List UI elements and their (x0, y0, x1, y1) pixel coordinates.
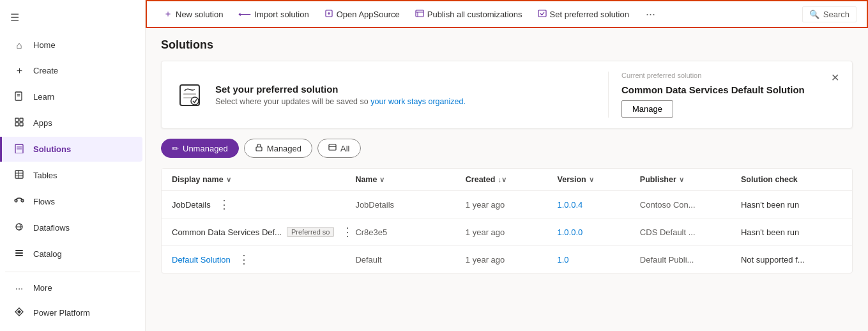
flows-icon (13, 196, 26, 208)
svg-rect-33 (329, 144, 336, 150)
sidebar-item-create[interactable]: ＋ Create (3, 58, 142, 83)
sidebar-item-label: More (33, 283, 52, 293)
current-solution-label: Current preferred solution (621, 72, 826, 79)
import-icon: ⟵ (238, 9, 251, 19)
svg-rect-27 (538, 10, 546, 17)
open-appsource-button[interactable]: Open AppSource (318, 5, 406, 24)
row-solution-check-0: Hasn't been run (741, 200, 842, 210)
svg-rect-32 (256, 147, 262, 151)
sidebar-item-label: Create (33, 66, 58, 75)
row-created-1: 1 year ago (466, 227, 558, 237)
banner-close-button[interactable]: ✕ (831, 72, 839, 84)
sidebar-item-power-platform[interactable]: Power Platform (3, 300, 142, 325)
sidebar-item-solutions[interactable]: Solutions (0, 137, 142, 162)
svg-rect-6 (20, 123, 23, 126)
toolbar-more-button[interactable]: ··· (641, 4, 660, 25)
svg-rect-19 (15, 252, 23, 254)
svg-rect-10 (15, 171, 23, 178)
filter-tab-unmanaged[interactable]: ✏ Unmanaged (161, 139, 239, 158)
col-solution-check: Solution check (741, 175, 842, 184)
row-display-name-1: Common Data Services Def... Preferred so… (172, 225, 355, 239)
dataflows-icon (13, 222, 26, 234)
row-version-2[interactable]: 1.0 (558, 255, 640, 265)
sidebar-item-tables[interactable]: Tables (3, 163, 142, 188)
sidebar-item-label: Power Platform (33, 308, 90, 318)
filter-tab-managed[interactable]: Managed (244, 139, 312, 158)
sort-icon-name: ∨ (379, 176, 385, 184)
col-version[interactable]: Version ∨ (558, 175, 640, 184)
sidebar-item-dataflows[interactable]: Dataflows (3, 215, 142, 240)
col-display-name[interactable]: Display name ∨ (172, 175, 355, 184)
table-row: Default Solution ⋮ Default 1 year ago 1.… (162, 246, 852, 273)
svg-rect-3 (15, 118, 19, 121)
solutions-table: Display name ∨ Name ∨ Created ↓∨ Version… (161, 168, 853, 273)
toolbar: ＋ New solution ⟵ Import solution Open Ap… (146, 0, 868, 28)
col-publisher[interactable]: Publisher ∨ (640, 175, 741, 184)
row-context-menu-2[interactable]: ⋮ (238, 252, 250, 266)
all-icon (328, 143, 337, 153)
sidebar-item-label: Dataflows (33, 223, 70, 233)
sidebar-item-apps[interactable]: Apps (3, 111, 142, 135)
col-name[interactable]: Name ∨ (355, 175, 465, 184)
manage-button[interactable]: Manage (621, 100, 673, 118)
lock-icon (255, 143, 263, 153)
solutions-icon (13, 143, 26, 155)
sidebar: ☰ ⌂ Home ＋ Create Learn Apps Solutions T… (0, 0, 146, 331)
sidebar-divider (5, 272, 140, 272)
banner-text: Set your preferred solution Select where… (215, 84, 595, 106)
banner-divider (608, 72, 609, 118)
publish-icon (415, 9, 424, 20)
banner-subtitle-link[interactable]: your work stays organized. (370, 97, 466, 106)
row-context-menu-0[interactable]: ⋮ (218, 197, 230, 212)
row-name-0: JobDetails (355, 200, 465, 210)
row-display-name-2: Default Solution ⋮ (172, 252, 355, 266)
apps-icon (13, 117, 26, 129)
publish-all-button[interactable]: Publish all customizations (409, 5, 529, 24)
svg-point-31 (191, 97, 199, 105)
row-context-menu-1[interactable]: ⋮ (342, 225, 353, 239)
new-solution-button[interactable]: ＋ New solution (157, 4, 229, 24)
plus-icon: ＋ (164, 8, 172, 20)
row-display-name-0: JobDetails ⋮ (172, 197, 355, 212)
hamburger-menu[interactable]: ☰ (0, 6, 145, 29)
banner-right: Current preferred solution Common Data S… (621, 72, 826, 118)
row-version-0[interactable]: 1.0.0.4 (558, 200, 640, 210)
row-solution-check-2: Not supported f... (741, 255, 842, 265)
sidebar-item-more[interactable]: ··· More (3, 276, 142, 300)
sidebar-item-catalog[interactable]: Catalog (3, 242, 142, 266)
banner-title: Set your preferred solution (215, 84, 595, 95)
sidebar-item-label: Home (33, 40, 56, 50)
sidebar-item-learn[interactable]: Learn (3, 84, 142, 109)
tables-icon (13, 169, 26, 181)
table-row: JobDetails ⋮ JobDetails 1 year ago 1.0.0… (162, 191, 852, 219)
row-created-0: 1 year ago (466, 200, 558, 210)
sidebar-item-label: Apps (33, 118, 52, 128)
catalog-icon (13, 248, 26, 260)
banner-subtitle: Select where your updates will be saved … (215, 97, 595, 106)
col-created[interactable]: Created ↓∨ (466, 175, 558, 184)
svg-rect-4 (20, 118, 23, 121)
filter-tab-all[interactable]: All (317, 139, 360, 158)
row-version-1[interactable]: 1.0.0.0 (558, 227, 640, 237)
row-publisher-1: CDS Default ... (640, 227, 741, 237)
svg-rect-18 (15, 250, 23, 251)
import-solution-button[interactable]: ⟵ Import solution (232, 5, 315, 23)
learn-icon (13, 91, 26, 103)
svg-rect-29 (183, 93, 196, 95)
sidebar-item-flows[interactable]: Flows (3, 189, 142, 214)
home-icon: ⌂ (13, 40, 26, 50)
sort-icon-display-name: ∨ (226, 176, 231, 184)
sidebar-item-label: Flows (33, 197, 55, 206)
sidebar-item-home[interactable]: ⌂ Home (3, 33, 142, 57)
set-preferred-button[interactable]: Set preferred solution (531, 5, 636, 24)
appsource-icon (324, 9, 333, 20)
row-publisher-0: Contoso Con... (640, 200, 741, 210)
preferred-icon (538, 9, 547, 20)
filter-tabs: ✏ Unmanaged Managed All (161, 139, 853, 158)
main-content: ＋ New solution ⟵ Import solution Open Ap… (146, 0, 868, 331)
row-solution-check-1: Hasn't been run (741, 227, 842, 237)
search-box[interactable]: 🔍 Search (802, 6, 857, 22)
row-display-name-link-2[interactable]: Default Solution (172, 255, 231, 265)
power-platform-icon (13, 307, 26, 319)
pencil-icon: ✏ (172, 144, 179, 153)
